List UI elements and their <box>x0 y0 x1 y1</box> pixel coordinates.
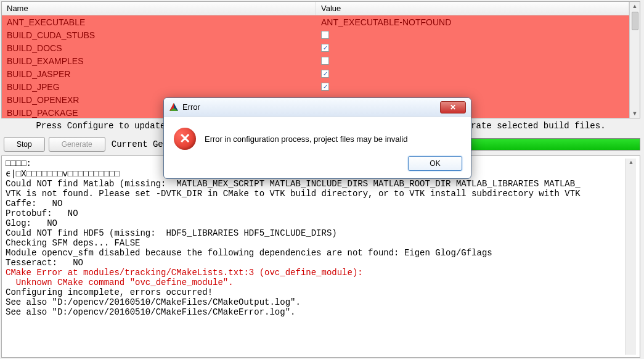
log-line: Could NOT find Matlab (missing: MATLAB_M… <box>6 179 626 189</box>
error-dialog: Error ✕ ✕ Error in configuration process… <box>163 97 471 179</box>
table-row[interactable]: BUILD_JPEG✓ <box>2 80 629 93</box>
generate-button: Generate <box>49 137 105 152</box>
table-row[interactable]: BUILD_CUDA_STUBS <box>2 28 629 41</box>
cell-value[interactable] <box>316 31 629 39</box>
table-scrollbar[interactable]: ▲ ▼ <box>629 2 640 118</box>
table-row[interactable]: ANT_EXECUTABLEANT_EXECUTABLE-NOTFOUND <box>2 15 629 28</box>
cell-value[interactable] <box>316 57 629 65</box>
log-line: Could NOT find HDF5 (missing: HDF5_LIBRA… <box>6 228 626 238</box>
col-header-value[interactable]: Value <box>316 2 629 15</box>
ok-button[interactable]: OK <box>408 156 462 171</box>
cell-name: BUILD_DOCS <box>2 43 316 53</box>
close-button[interactable]: ✕ <box>440 101 466 113</box>
log-line: Unknown CMake command "ovc_define_module… <box>6 278 626 287</box>
close-icon: ✕ <box>450 103 456 112</box>
cell-name: ANT_EXECUTABLE <box>2 17 316 27</box>
log-line: CMake Error at modules/tracking/CMakeLis… <box>6 268 626 278</box>
cell-name: BUILD_EXAMPLES <box>2 56 316 66</box>
cell-value[interactable]: ✓ <box>316 44 629 52</box>
table-row[interactable]: BUILD_EXAMPLES <box>2 54 629 67</box>
dialog-titlebar[interactable]: Error ✕ <box>164 98 471 117</box>
cell-name: BUILD_JPEG <box>2 82 316 92</box>
scroll-up-icon[interactable]: ▲ <box>632 2 638 10</box>
scroll-thumb[interactable] <box>632 12 638 30</box>
cell-name: BUILD_CUDA_STUBS <box>2 30 316 40</box>
checkbox[interactable]: ✓ <box>321 83 329 91</box>
log-line: Checking SFM deps... FALSE <box>6 238 626 248</box>
checkbox[interactable]: ✓ <box>321 44 329 52</box>
checkbox[interactable]: ✓ <box>321 70 329 78</box>
table-header-row: Name Value <box>2 2 629 15</box>
log-line: Configuring incomplete, errors occurred! <box>6 287 626 297</box>
checkbox[interactable] <box>321 31 329 39</box>
output-log[interactable]: □□□□:ϵ|□X□□□□□□□v□□□□□□□□□□Could NOT fin… <box>1 155 640 358</box>
table-row[interactable]: BUILD_JASPER✓ <box>2 67 629 80</box>
checkbox[interactable] <box>321 57 329 65</box>
log-line: See also "D:/opencv/20160510/CMakeFiles/… <box>6 307 626 317</box>
cell-name: BUILD_JASPER <box>2 69 316 79</box>
error-icon: ✕ <box>174 128 196 150</box>
log-line: Tesseract: NO <box>6 258 626 268</box>
cell-value[interactable]: ✓ <box>316 83 629 91</box>
cell-value[interactable]: ANT_EXECUTABLE-NOTFOUND <box>316 17 629 27</box>
table-row[interactable]: BUILD_DOCS✓ <box>2 41 629 54</box>
log-line: Caffe: NO <box>6 199 626 208</box>
cmake-icon <box>169 102 179 112</box>
col-header-name[interactable]: Name <box>2 2 316 15</box>
log-line: Protobuf: NO <box>6 208 626 218</box>
log-line: Glog: NO <box>6 218 626 228</box>
log-line: Module opencv_sfm disabled because the f… <box>6 248 626 258</box>
log-line: See also "D:/opencv/20160510/CMakeFiles/… <box>6 297 626 307</box>
cell-value[interactable]: ✓ <box>316 70 629 78</box>
dialog-message: Error in configuration process, project … <box>205 134 407 144</box>
scroll-down-icon[interactable]: ▼ <box>632 109 638 118</box>
scroll-up-icon[interactable]: ▲ <box>629 159 632 167</box>
dialog-title: Error <box>182 102 436 112</box>
stop-button[interactable]: Stop <box>4 137 45 152</box>
output-scrollbar[interactable]: ▲ <box>626 159 636 355</box>
log-line: VTK is not found. Please set -DVTK_DIR i… <box>6 189 626 199</box>
